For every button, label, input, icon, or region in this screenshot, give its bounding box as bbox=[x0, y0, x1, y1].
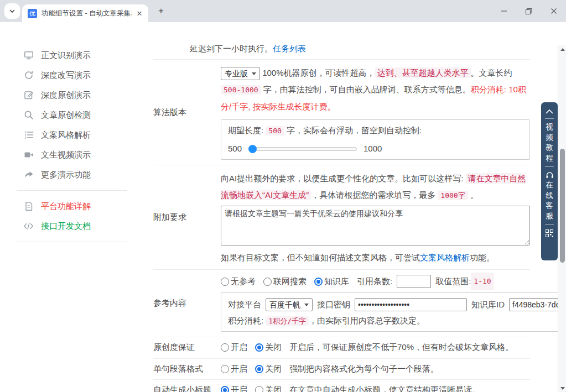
page-content: 正文识别演示 深度改写演示 深度原创演示 文章原创检测 bbox=[0, 45, 566, 392]
sidebar: 正文识别演示 深度改写演示 深度原创演示 文章原创检测 bbox=[0, 45, 144, 392]
row-reference-content: 参考内容 无参考 联网搜索 知识库 引用条数: 取值范围: 1-10 bbox=[153, 270, 530, 337]
collapse-chevron-up-icon[interactable] bbox=[546, 109, 553, 114]
sidebar-item-deep-rewrite[interactable]: 深度改写演示 bbox=[0, 65, 144, 85]
restore-icon[interactable] bbox=[516, 0, 541, 22]
qr-code-icon[interactable] bbox=[546, 229, 553, 237]
platform-box: 对接平台 百度千帆 接口密钥 知识库ID 积分消耗: 1积分/千字，由实际引用内… bbox=[221, 292, 566, 332]
document-icon bbox=[23, 201, 34, 212]
scroll-up-icon[interactable] bbox=[558, 45, 566, 53]
row-extra-requirements: 附加要求 向AI提出额外的要求，以便生成更个性化的文章。比如可以这样写: 请在文… bbox=[153, 165, 530, 270]
ref-cost-label: 积分消耗: bbox=[228, 316, 266, 325]
row-label: 参考内容 bbox=[153, 275, 221, 332]
radio-paragraph-off[interactable] bbox=[255, 365, 263, 373]
radio-knowledge-base[interactable] bbox=[314, 278, 323, 286]
length-slider[interactable] bbox=[248, 147, 357, 151]
slider-thumb[interactable] bbox=[248, 145, 257, 153]
new-tab-button[interactable]: + bbox=[156, 7, 166, 17]
range-code: 1-10 bbox=[471, 273, 494, 290]
sidebar-item-label: 平台功能详解 bbox=[41, 201, 91, 212]
tab-bar: 优 功能细节设置 - 自动文章采集器 ✕ + bbox=[0, 0, 566, 22]
radio-subheadings-on[interactable] bbox=[221, 386, 229, 392]
quote-count-input[interactable] bbox=[397, 275, 431, 288]
sidebar-item-label: 文案风格解析 bbox=[41, 130, 91, 140]
extra-requirements-textarea[interactable]: 请根据文章主题写一篇关于优采云的使用建议和分享 bbox=[221, 206, 530, 245]
slider-min-label: 500 bbox=[228, 143, 242, 155]
tab-title: 功能细节设置 - 自动文章采集器 bbox=[41, 9, 132, 18]
video-tutorial-button[interactable]: 视频教程 视 频 教 程 bbox=[546, 122, 553, 163]
ref-cost-code: 1积分/千字 bbox=[266, 316, 309, 326]
kb-id-label: 知识库ID bbox=[471, 299, 505, 311]
scroll-down-icon[interactable] bbox=[558, 384, 566, 392]
sidebar-item-api-docs[interactable]: 接口开发文档 bbox=[0, 216, 144, 236]
search-icon bbox=[23, 110, 34, 121]
sidebar-item-style-analysis[interactable]: 文案风格解析 bbox=[0, 125, 144, 145]
toggle-desc: 在文章中自动生成小标题，使文章结构更清晰易读。 bbox=[289, 385, 480, 392]
share-arrow-icon bbox=[23, 170, 34, 180]
tab-search-button[interactable] bbox=[4, 3, 20, 19]
row-label: 自动生成小标题 bbox=[153, 385, 221, 392]
quote-count-label: 引用条数: bbox=[357, 273, 392, 290]
sidebar-item-deep-original[interactable]: 深度原创演示 bbox=[0, 85, 144, 105]
window-controls bbox=[491, 0, 566, 22]
platform-select[interactable]: 百度千帆 bbox=[266, 298, 313, 311]
sidebar-item-label: 正文识别演示 bbox=[41, 50, 91, 61]
radio-originality-off[interactable] bbox=[255, 343, 263, 352]
sidebar-item-more-demos[interactable]: 更多演示功能 bbox=[0, 165, 144, 185]
algorithm-version-select[interactable]: 专业版 bbox=[221, 67, 260, 80]
algo-highlight: 达到、甚至超越人类水平 bbox=[375, 67, 471, 78]
floating-help-panel: 视频教程 视 频 教 程 在线客服 在 线 客 服 bbox=[541, 102, 558, 260]
sidebar-item-label: 文生视频演示 bbox=[41, 150, 91, 160]
schedule-notice: 延迟到下一小时执行。任务列表 bbox=[153, 45, 530, 60]
browser-tab[interactable]: 优 功能细节设置 - 自动文章采集器 ✕ bbox=[22, 4, 148, 22]
browser-toolbar: ucaiyun.com/caiji/settings/ 井 bbox=[0, 22, 566, 45]
monitor-icon bbox=[23, 50, 34, 61]
edit-icon bbox=[23, 90, 34, 101]
sidebar-item-label: 接口开发文档 bbox=[41, 221, 91, 232]
task-list-link[interactable]: 任务列表 bbox=[273, 45, 306, 53]
radio-paragraph-on[interactable] bbox=[221, 365, 229, 373]
tab-close-icon[interactable]: ✕ bbox=[135, 9, 144, 18]
toggle-desc: 强制把内容格式化为每个句子一个段落。 bbox=[289, 364, 439, 374]
close-icon[interactable] bbox=[541, 0, 566, 22]
video-tutorial-char: 视 bbox=[546, 122, 553, 133]
row-algorithm-version: 算法版本 专业版 100%机器原创，可读性超高，达到、甚至超越人类水平。文章长约… bbox=[153, 60, 530, 165]
sidebar-divider bbox=[17, 190, 127, 191]
refresh-icon bbox=[23, 70, 34, 81]
headset-icon[interactable] bbox=[546, 171, 554, 179]
scrollbar-thumb[interactable] bbox=[560, 149, 565, 263]
ordered-list-icon bbox=[23, 130, 34, 140]
online-service-button[interactable]: 在线客服 在 线 客 服 bbox=[546, 180, 553, 221]
sidebar-divider bbox=[17, 242, 127, 242]
style-note: 如果有目标文案，但不知道如何描述文案风格，可尝试 bbox=[221, 253, 420, 262]
range-label: 取值范围: bbox=[435, 273, 471, 290]
sidebar-item-label: 深度原创演示 bbox=[41, 90, 91, 101]
row-auto-subheadings: 自动生成小标题 开启 关闭 在文章中自动生成小标题，使文章结构更清晰易读。 bbox=[153, 380, 530, 392]
row-label: 单句段落格式 bbox=[153, 364, 221, 374]
sidebar-item-platform-guide[interactable]: 平台功能详解 bbox=[0, 196, 144, 216]
style-analysis-link[interactable]: 文案风格解析 bbox=[420, 253, 470, 262]
chevron-down-icon bbox=[304, 304, 309, 306]
radio-originality-on[interactable] bbox=[221, 343, 229, 352]
site-favicon: 优 bbox=[28, 9, 37, 18]
algo-desc: 100%机器原创，可读性超高， bbox=[262, 68, 375, 77]
minimize-icon[interactable] bbox=[491, 0, 516, 22]
platform-label: 对接平台 bbox=[228, 299, 261, 311]
expected-length-code: 500 bbox=[266, 126, 284, 135]
row-single-sentence-paragraph: 单句段落格式 开启 关闭 强制把内容格式化为每个句子一个段落。 bbox=[153, 359, 530, 380]
sidebar-item-text-to-video[interactable]: 文生视频演示 bbox=[0, 145, 144, 165]
radio-web-search[interactable] bbox=[263, 278, 272, 286]
secret-label: 接口密钥 bbox=[317, 299, 350, 311]
sidebar-item-originality-check[interactable]: 文章原创检测 bbox=[0, 105, 144, 125]
sidebar-item-text-recognition[interactable]: 正文识别演示 bbox=[0, 45, 144, 65]
sidebar-item-label: 更多演示功能 bbox=[41, 170, 91, 180]
video-icon bbox=[23, 150, 34, 160]
max-length-code: 1000字 bbox=[438, 191, 468, 200]
extra-desc: 向AI提出额外的要求，以便生成更个性化的文章。比如可以这样写: bbox=[221, 174, 466, 183]
api-secret-input[interactable] bbox=[355, 298, 467, 311]
page-scrollbar[interactable] bbox=[558, 45, 566, 392]
chevron-down-icon bbox=[9, 8, 15, 14]
radio-subheadings-off[interactable] bbox=[255, 386, 263, 392]
code-icon bbox=[23, 221, 34, 232]
sidebar-item-label: 文章原创检测 bbox=[41, 110, 91, 121]
radio-no-reference[interactable] bbox=[221, 278, 229, 286]
